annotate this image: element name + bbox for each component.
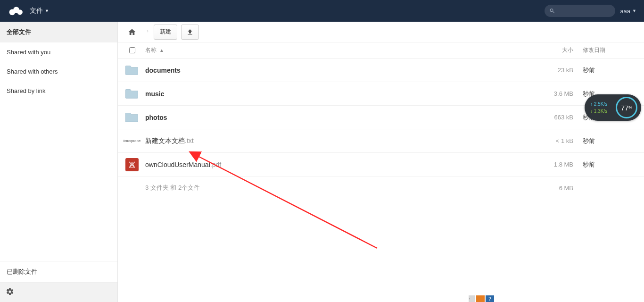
- table-row[interactable]: ownCloudUserManual.pdf1.8 MB秒前: [118, 153, 644, 176]
- tray-app-help[interactable]: ?: [486, 295, 494, 302]
- file-name[interactable]: ownCloudUserManual.pdf: [141, 161, 540, 168]
- gear-icon: [6, 287, 14, 297]
- sidebar-item-shared-with-others[interactable]: Shared with others: [0, 62, 117, 81]
- column-label: 修改日期: [583, 47, 605, 53]
- table-row[interactable]: linuxprobe新建文本文档.txt< 1 kB秒前: [118, 129, 644, 153]
- row-icon-cell: linuxprobe: [123, 139, 141, 143]
- file-name[interactable]: photos: [141, 114, 540, 121]
- column-name[interactable]: 名称 ▲: [141, 46, 540, 54]
- upload-icon: [186, 28, 194, 36]
- summary-text: 3 文件夹 和 2个文件: [145, 184, 200, 191]
- network-gauge-widget[interactable]: ↑ 2.5K/s ↓ 1.3K/s 77%: [585, 94, 641, 121]
- column-label: 名称: [145, 46, 157, 54]
- text-file-icon: linuxprobe: [124, 139, 141, 143]
- file-size: 3.6 MB: [540, 90, 583, 97]
- chevron-down-icon: ▼: [632, 8, 636, 13]
- user-name: aaa: [620, 8, 630, 15]
- sidebar-item-all-files[interactable]: 全部文件: [0, 22, 117, 42]
- user-menu[interactable]: aaa ▼: [620, 8, 639, 15]
- nav-label: Shared with others: [7, 68, 58, 75]
- table-header: 名称 ▲ 大小 修改日期: [118, 42, 644, 59]
- sidebar-settings[interactable]: [0, 282, 117, 302]
- arrow-up-icon: ↑: [590, 101, 594, 107]
- pdf-icon: [125, 158, 139, 171]
- file-name[interactable]: music: [141, 90, 540, 98]
- file-name[interactable]: documents: [141, 67, 540, 74]
- gauge-speeds: ↑ 2.5K/s ↓ 1.3K/s: [590, 101, 607, 114]
- arrow-down-icon: ↓: [590, 109, 594, 114]
- search-icon: [549, 8, 555, 14]
- upload-button[interactable]: [181, 25, 199, 40]
- app-header: 文件 ▼ aaa ▼: [0, 0, 644, 22]
- home-button[interactable]: [123, 24, 141, 40]
- select-all-cell[interactable]: [123, 47, 141, 53]
- search-box[interactable]: [545, 5, 615, 17]
- button-label: 新建: [160, 28, 171, 36]
- folder-icon: [125, 110, 139, 124]
- row-icon-cell: [123, 63, 141, 77]
- header-right: aaa ▼: [545, 5, 639, 17]
- file-extension: .txt: [185, 137, 194, 144]
- svg-point-2: [17, 9, 22, 15]
- file-size: 23 kB: [540, 67, 583, 74]
- select-all-checkbox[interactable]: [129, 47, 135, 53]
- folder-icon: [125, 87, 139, 101]
- gauge-circle: 77%: [616, 97, 637, 118]
- chevron-down-icon: ▼: [45, 8, 49, 13]
- list-summary: 3 文件夹 和 2个文件 6 MB: [118, 176, 644, 199]
- taskbar-tray: ⋮⋮ ?: [469, 295, 494, 302]
- row-icon-cell: [123, 87, 141, 101]
- file-size: < 1 kB: [540, 137, 583, 144]
- sidebar-spacer: [0, 101, 117, 261]
- file-extension: .pdf: [210, 161, 221, 168]
- main-content: 新建 名称 ▲ 大小 修改日期 documents23 kB秒前music3.6…: [118, 22, 644, 302]
- table-row[interactable]: documents23 kB秒前: [118, 59, 644, 82]
- sort-asc-icon: ▲: [159, 48, 164, 53]
- column-date[interactable]: 修改日期: [583, 46, 639, 54]
- tray-app-orange[interactable]: [476, 295, 485, 302]
- row-icon-cell: [123, 158, 141, 171]
- gauge-percent: 77: [621, 104, 629, 112]
- download-speed: 1.3K/s: [594, 109, 607, 114]
- table-row[interactable]: photos663 kB秒前: [118, 106, 644, 129]
- upload-speed: 2.5K/s: [594, 101, 607, 107]
- nav-label: 已删除文件: [7, 268, 37, 275]
- sidebar: 全部文件 Shared with you Shared with others …: [0, 22, 118, 302]
- file-size: 1.8 MB: [540, 161, 583, 168]
- file-size: 663 kB: [540, 114, 583, 121]
- file-date: 秒前: [583, 66, 639, 75]
- sidebar-item-shared-by-link[interactable]: Shared by link: [0, 81, 117, 101]
- file-date: 秒前: [583, 137, 639, 145]
- sidebar-item-shared-with-you[interactable]: Shared with you: [0, 42, 117, 62]
- row-icon-cell: [123, 110, 141, 124]
- percent-symbol: %: [628, 105, 632, 110]
- breadcrumb-separator-icon: [145, 27, 150, 37]
- app-switcher[interactable]: 文件 ▼: [26, 7, 53, 15]
- file-name[interactable]: 新建文本文档.txt: [141, 137, 540, 145]
- nav-label: Shared by link: [7, 87, 45, 94]
- search-input[interactable]: [555, 8, 611, 14]
- folder-icon: [125, 63, 139, 77]
- nav-label: Shared with you: [7, 49, 50, 56]
- summary-size: 6 MB: [559, 185, 573, 192]
- breadcrumb-bar: 新建: [118, 22, 644, 42]
- logo-icon[interactable]: [5, 0, 26, 22]
- new-button[interactable]: 新建: [154, 25, 177, 40]
- tray-grip-icon[interactable]: ⋮⋮: [469, 295, 475, 302]
- sidebar-item-trash[interactable]: 已删除文件: [0, 261, 117, 282]
- nav-label: 全部文件: [7, 28, 31, 35]
- file-list: documents23 kB秒前music3.6 MB秒前photos663 k…: [118, 59, 644, 176]
- column-size[interactable]: 大小: [540, 46, 583, 54]
- table-row[interactable]: music3.6 MB秒前: [118, 82, 644, 106]
- app-label: 文件: [30, 7, 43, 15]
- column-label: 大小: [562, 47, 573, 53]
- file-date: 秒前: [583, 160, 639, 169]
